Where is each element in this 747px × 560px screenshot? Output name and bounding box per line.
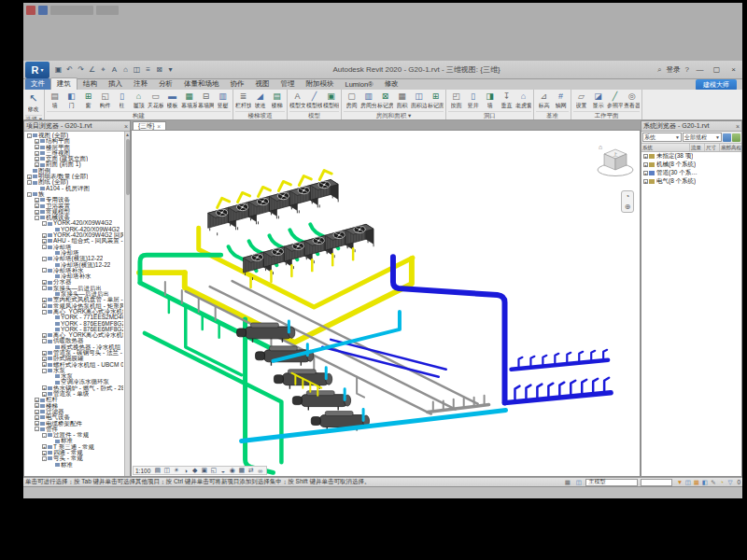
tree-expander-icon[interactable]: + [643, 154, 648, 159]
ribbon-tool[interactable]: ▱设置 [573, 91, 589, 110]
tree-expander-icon[interactable]: + [42, 351, 47, 356]
tree-expander-icon[interactable]: + [42, 451, 47, 455]
selection-filter-icon[interactable]: ▽ [726, 479, 734, 486]
editing-requests-icon[interactable]: ✎ [709, 479, 717, 486]
tree-expander-icon[interactable]: + [35, 415, 39, 420]
ribbon-tool[interactable]: ◱构件 [97, 91, 113, 110]
workset-editing-icon[interactable]: ◫ [574, 479, 583, 486]
zoom-icon[interactable]: ⊕ [625, 203, 631, 211]
system-browser-header[interactable]: 系统浏览器 - G20-1.rvt × [641, 121, 741, 132]
ribbon-tool[interactable]: ↖修改 [25, 91, 41, 114]
ribbon-tool[interactable]: ▤楼梯 [269, 91, 285, 110]
temporary-hide-isolate-icon[interactable]: ◒ [218, 467, 227, 475]
ribbon-tab[interactable]: 文件 [25, 78, 50, 90]
tree-expander-icon[interactable]: - [42, 433, 47, 438]
shadows-icon[interactable]: ◑ [181, 467, 190, 475]
tree-expander-icon[interactable]: - [42, 257, 47, 261]
tree-expander-icon[interactable]: + [42, 333, 47, 338]
ribbon-tool[interactable]: ◨墙 [482, 91, 498, 110]
tree-expander-icon[interactable]: + [42, 392, 47, 397]
reveal-hidden-elements-icon[interactable]: ◉ [228, 467, 236, 475]
tree-expander-icon[interactable]: - [42, 456, 47, 461]
ribbon-tool[interactable]: ▯竖井 [465, 91, 481, 110]
close-button[interactable]: × [727, 65, 740, 74]
ribbon-tab[interactable]: 视图 [250, 78, 275, 90]
ribbon-tool[interactable]: ◧门 [63, 91, 79, 110]
tree-expander-icon[interactable]: + [35, 403, 39, 408]
ribbon-tab[interactable]: 插入 [103, 78, 128, 90]
tree-item[interactable]: 标准 [24, 462, 123, 468]
ribbon-tool[interactable]: ⌂屋顶 [131, 91, 147, 110]
close-icon[interactable]: × [157, 123, 161, 130]
sun-path-icon[interactable]: ☀ [172, 467, 180, 475]
tree-expander-icon[interactable]: + [35, 162, 39, 167]
ribbon-tab[interactable]: 协作 [225, 78, 250, 90]
system-row[interactable]: + 未指定(38 项) [641, 152, 741, 161]
ribbon-tool[interactable]: ⊞窗 [80, 91, 96, 110]
close-icon[interactable]: × [124, 123, 128, 130]
column-header[interactable]: 底部高程 [720, 144, 741, 151]
tree-expander-icon[interactable]: + [643, 171, 648, 175]
tree-expander-icon[interactable]: + [42, 298, 47, 302]
ribbon-tab[interactable]: 建筑 [50, 77, 78, 90]
mep-3d-model[interactable] [132, 131, 640, 476]
tree-expander-icon[interactable]: - [42, 310, 47, 315]
tree-expander-icon[interactable]: + [643, 179, 648, 184]
column-header[interactable]: 系统 [641, 144, 690, 151]
ribbon-tab[interactable]: 修改 [379, 78, 404, 90]
minimize-button[interactable]: — [694, 65, 706, 74]
tree-expander-icon[interactable]: + [35, 398, 39, 402]
column-settings-icon[interactable] [732, 133, 740, 142]
ribbon-tool[interactable]: ◫面积边界 [411, 91, 427, 110]
ribbon-tool[interactable]: ⌂老虎窗 [515, 91, 531, 110]
ribbon-tab[interactable]: 结构 [78, 78, 103, 90]
redo-icon[interactable]: ↷ [76, 63, 86, 76]
app-menu-button[interactable]: R▾ [25, 62, 49, 78]
ribbon-tool[interactable]: ⊠标记房间 [377, 91, 393, 110]
ribbon-tool[interactable]: ▢房间 [344, 91, 359, 110]
measure-icon[interactable]: ∠ [87, 63, 97, 76]
tree-expander-icon[interactable]: - [42, 369, 47, 373]
system-row[interactable]: + 管道(30 个系… [641, 169, 741, 177]
ribbon-tool[interactable]: ◢坡道 [252, 91, 268, 110]
ribbon-tool[interactable]: ▥竖梃 [215, 91, 231, 110]
ribbon-tool[interactable]: ▥房间分隔 [360, 91, 376, 110]
tree-expander-icon[interactable]: + [35, 139, 39, 144]
scale-button[interactable]: 1:100 [135, 468, 150, 474]
displacement-sets-icon[interactable]: ⇄ [247, 467, 255, 475]
tree-expander-icon[interactable]: - [42, 286, 47, 290]
ribbon-tool[interactable]: #轴网 [553, 91, 569, 110]
column-header[interactable]: 流量 [690, 144, 705, 151]
tree-expander-icon[interactable]: + [42, 233, 47, 238]
tree-expander-icon[interactable]: + [643, 162, 648, 167]
view-tab[interactable]: {三维} × [133, 121, 166, 130]
ribbon-tool[interactable]: ◎查看器 [624, 91, 640, 110]
ribbon-tool[interactable]: A模型文字 [289, 91, 305, 110]
constraints-icon[interactable]: ∞ [256, 467, 264, 475]
help-icon[interactable]: ? [685, 65, 689, 74]
undo-icon[interactable]: ↶ [64, 63, 75, 76]
view-select[interactable]: 系统▼ [642, 133, 682, 142]
tree-expander-icon[interactable]: + [35, 198, 39, 203]
tree-expander-icon[interactable]: - [27, 133, 32, 138]
tree-expander-icon[interactable]: - [42, 268, 47, 273]
tree-expander-icon[interactable]: + [35, 145, 39, 149]
worksharing-display-icon[interactable]: ◧ [700, 479, 709, 486]
ribbon-tool[interactable]: ↧垂直 [499, 91, 514, 110]
ribbon-tool[interactable]: ╱参照平面 [607, 91, 623, 110]
project-browser-header[interactable]: 项目浏览器 - G20-1.rvt × [24, 121, 130, 132]
visual-style-icon[interactable]: ◫ [162, 467, 171, 475]
tree-expander-icon[interactable]: + [42, 362, 47, 367]
tree-expander-icon[interactable]: + [42, 444, 47, 449]
ribbon-tab[interactable]: 注释 [128, 78, 153, 90]
active-workset-select[interactable]: 主模型 [585, 479, 638, 486]
design-options-icon[interactable]: ▦ [692, 479, 700, 486]
tree-expander-icon[interactable]: - [27, 192, 32, 197]
tree-expander-icon[interactable]: + [35, 410, 39, 414]
ribbon-tool[interactable]: ⊿标高 [536, 91, 552, 110]
ribbon-tool[interactable]: ◪显示 [590, 91, 606, 110]
crop-view-icon[interactable]: ▣ [200, 467, 208, 475]
blue-main-pipes[interactable] [393, 257, 611, 402]
render-icon[interactable]: ◆ [190, 467, 199, 475]
ribbon-tab[interactable]: 体量和场地 [178, 78, 225, 90]
